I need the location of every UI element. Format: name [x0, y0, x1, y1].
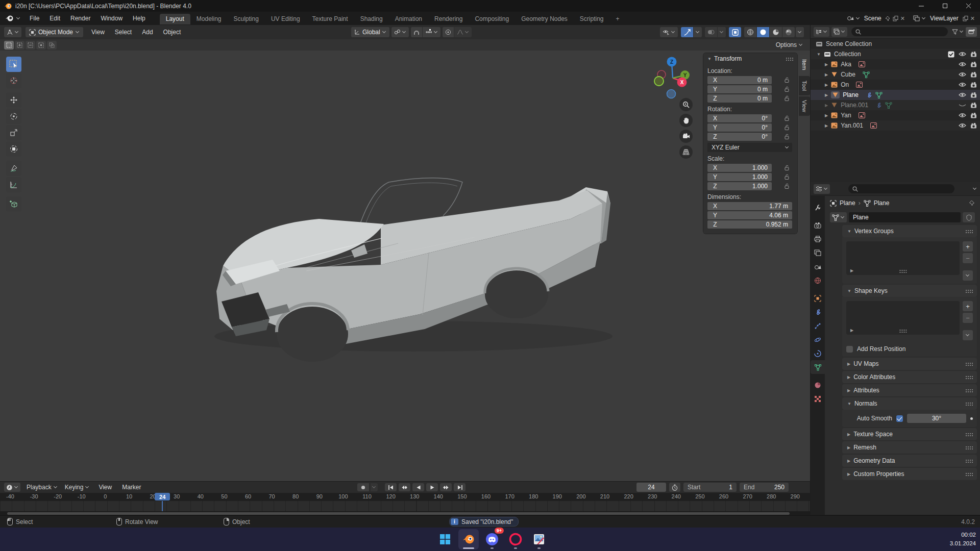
workspace-tab-texture-paint[interactable]: Texture Paint — [306, 14, 354, 24]
timeline-scrollbar[interactable] — [0, 511, 810, 515]
workspace-tab-animation[interactable]: Animation — [389, 14, 428, 24]
location-z-field[interactable]: Z0 m — [707, 94, 772, 103]
dimensions-x-field[interactable]: X1.77 m — [707, 202, 792, 210]
breadcrumb-data[interactable]: Plane — [874, 199, 890, 207]
auto-keying-button[interactable] — [357, 483, 369, 491]
outliner-row-plane[interactable]: ▶ Plane — [811, 90, 980, 100]
tool-measure[interactable] — [6, 177, 21, 192]
outliner-row-yan-001[interactable]: ▶ Yan.001 — [811, 120, 980, 131]
mode-selector[interactable]: Object Mode — [26, 27, 83, 37]
viewport-menu-add[interactable]: Add — [137, 29, 158, 36]
properties-editor-type[interactable] — [814, 184, 830, 194]
scrollbar-handle[interactable] — [7, 512, 790, 515]
camera-visibility-icon[interactable] — [970, 123, 977, 129]
remove-viewlayer-icon[interactable]: ✕ — [970, 15, 975, 22]
scale-z-field[interactable]: Z1.000 — [707, 182, 772, 190]
tab-modifiers[interactable] — [811, 305, 825, 319]
select-mode-extend-button[interactable] — [15, 41, 24, 49]
playback-menu[interactable]: Playback — [27, 484, 58, 491]
lock-icon[interactable] — [783, 165, 791, 171]
rotation-z-field[interactable]: Z0° — [707, 133, 772, 141]
workspace-tab-geometry-nodes[interactable]: Geometry Nodes — [515, 14, 574, 24]
lock-icon[interactable] — [783, 115, 791, 121]
chevron-down-icon[interactable] — [16, 16, 20, 20]
use-preview-range-button[interactable] — [669, 483, 680, 492]
tab-object[interactable] — [811, 291, 825, 305]
eye-icon[interactable] — [959, 52, 966, 57]
viewport-menu-select[interactable]: Select — [110, 29, 137, 36]
show-overlays-toggle[interactable] — [705, 27, 717, 37]
shading-settings[interactable] — [796, 27, 804, 37]
menu-render[interactable]: Render — [65, 15, 95, 22]
breadcrumb-object[interactable]: Plane — [840, 199, 855, 207]
timeline-view-menu[interactable]: View — [93, 484, 117, 491]
color-attributes-panel[interactable]: ▶ Color Attributes — [842, 371, 977, 383]
outliner-row-cube[interactable]: ▶ Cube — [811, 69, 980, 80]
outliner-filter-type[interactable] — [831, 27, 847, 37]
taskbar-blender-app[interactable] — [458, 529, 479, 549]
jump-next-keyframe-button[interactable] — [440, 483, 452, 491]
workspace-tab-scripting[interactable]: Scripting — [574, 14, 610, 24]
lock-icon[interactable] — [783, 77, 791, 83]
chevron-down-icon[interactable] — [856, 16, 860, 20]
tool-rotate[interactable] — [6, 109, 21, 124]
menu-help[interactable]: Help — [128, 15, 151, 22]
scale-y-field[interactable]: Y1.000 — [707, 173, 772, 181]
remove-shape-key-button[interactable]: − — [963, 313, 973, 323]
properties-search[interactable] — [848, 184, 954, 193]
vertex-groups-panel-header[interactable]: ▼ Vertex Groups — [842, 225, 977, 237]
workspace-tab-modeling[interactable]: Modeling — [190, 14, 228, 24]
rotation-y-field[interactable]: Y0° — [707, 123, 772, 132]
vertex-group-specials-button[interactable] — [963, 270, 973, 281]
list-resize-grip[interactable] — [899, 329, 907, 333]
shape-key-specials-button[interactable] — [963, 330, 973, 340]
expand-arrow-icon[interactable]: ▶ — [825, 62, 828, 67]
camera-visibility-icon[interactable] — [970, 103, 977, 108]
proportional-editing-toggle[interactable] — [443, 27, 454, 37]
geometry-data-panel[interactable]: ▶ Geometry Data — [842, 455, 977, 467]
npanel-tab-view[interactable]: View — [799, 96, 810, 116]
tab-texture[interactable] — [811, 392, 825, 406]
shape-keys-list[interactable]: ▶ — [846, 301, 960, 335]
camera-visibility-icon[interactable] — [970, 82, 977, 88]
select-mode-subtract-button[interactable] — [26, 41, 35, 49]
menu-window[interactable]: Window — [95, 15, 128, 22]
mesh-datablock-selector[interactable] — [830, 212, 847, 222]
outliner-row-aka[interactable]: ▶ Aka — [811, 59, 980, 69]
duplicate-icon[interactable] — [893, 16, 898, 21]
attributes-panel[interactable]: ▶ Attributes — [842, 384, 977, 396]
workspace-tab-shading[interactable]: Shading — [354, 14, 389, 24]
workspace-tab-sculpting[interactable]: Sculpting — [228, 14, 265, 24]
eye-icon[interactable] — [959, 62, 966, 67]
lock-icon[interactable] — [783, 183, 791, 189]
jump-to-start-button[interactable] — [385, 483, 397, 491]
jump-prev-keyframe-button[interactable] — [399, 483, 410, 491]
remove-vertex-group-button[interactable]: − — [963, 253, 973, 263]
tool-add-cube[interactable] — [6, 196, 21, 212]
expand-arrow-icon[interactable]: ▶ — [825, 83, 828, 87]
outliner-display-mode[interactable] — [814, 27, 829, 37]
lock-icon[interactable] — [783, 124, 791, 131]
tool-scale[interactable] — [6, 125, 21, 140]
scene-name[interactable]: Scene — [862, 15, 884, 22]
eye-icon[interactable] — [959, 113, 966, 118]
workspace-tab-rendering[interactable]: Rendering — [428, 14, 469, 24]
tool-annotate[interactable] — [6, 161, 21, 176]
tool-transform[interactable] — [6, 141, 21, 157]
eye-icon[interactable] — [959, 92, 966, 97]
datablock-name-field[interactable]: Plane — [849, 212, 961, 222]
camera-visibility-icon[interactable] — [970, 92, 977, 98]
shading-rendered-button[interactable] — [782, 27, 795, 37]
playhead-line[interactable] — [162, 501, 163, 511]
shading-wireframe-button[interactable] — [744, 27, 756, 37]
texture-space-panel[interactable]: ▶ Texture Space — [842, 428, 977, 440]
tab-render[interactable] — [811, 218, 825, 232]
timeline-editor-type[interactable] — [4, 483, 20, 492]
tab-particles[interactable] — [811, 319, 825, 333]
panel-grip[interactable] — [786, 57, 793, 61]
viewport-menu-view[interactable]: View — [86, 29, 110, 36]
object-visibility-selector[interactable] — [660, 27, 678, 37]
zoom-button[interactable] — [679, 98, 693, 111]
list-expand-icon[interactable]: ▶ — [850, 268, 853, 273]
select-mode-new-button[interactable] — [4, 41, 14, 49]
